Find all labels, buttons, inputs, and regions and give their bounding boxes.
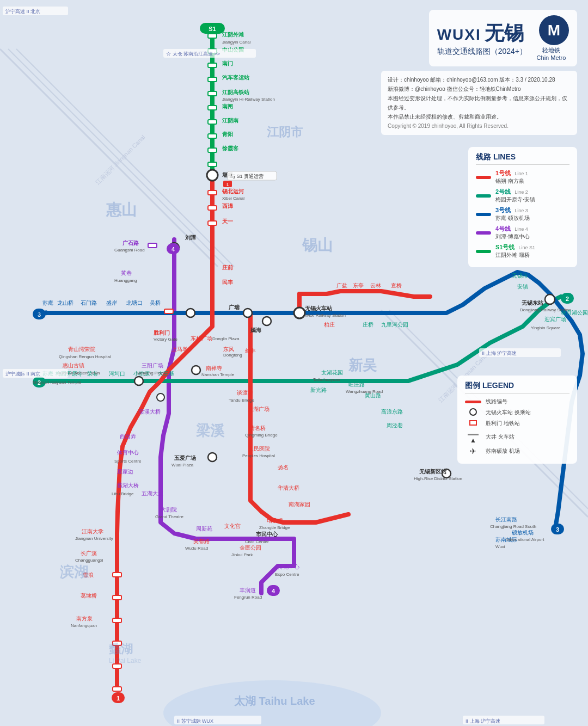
svg-text:东林广场: 东林广场 [191,335,212,341]
svg-text:青山湾荣院: 青山湾荣院 [68,346,95,352]
svg-text:惠山古镇: 惠山古镇 [62,362,84,368]
svg-rect-51 [113,618,121,623]
svg-text:Civic Center: Civic Center [245,539,269,544]
svg-text:安镇: 安镇 [517,284,528,290]
svg-text:High-Rise District Station: High-Rise District Station [414,476,462,481]
legend-icon-item: 胜利门 地铁站 [465,420,569,427]
svg-text:西园弄: 西园弄 [120,433,136,439]
svg-text:Xibei Canal: Xibei Canal [222,196,244,201]
svg-text:周新苑: 周新苑 [196,526,212,532]
svg-text:汽车客运站: 汽车客运站 [222,75,250,81]
lines-legend-title: 线路 LINES [476,152,569,165]
svg-text:S1: S1 [209,26,216,32]
svg-text:Victory Gate: Victory Gate [154,337,177,342]
svg-text:长江南路: 长江南路 [495,516,517,522]
svg-text:II 上海 沪宁高速: II 上海 沪宁高速 [465,718,500,724]
svg-text:2: 2 [566,296,569,302]
title-en: WUXI [437,26,481,44]
lines-legend: 线路 LINES 1号线 Line 1 锡朔·南方泉 2号线 Line 2 梅园… [468,147,577,267]
svg-point-26 [134,377,143,385]
svg-text:Tandu Bridge: Tandu Bridge [229,398,255,403]
svg-text:长广溪: 长广溪 [81,550,97,556]
svg-text:天一: 天一 [222,218,233,224]
svg-text:沪宁城际 II 南京: 沪宁城际 II 南京 [5,371,40,377]
svg-text:Lihu Bridge: Lihu Bridge [112,491,134,496]
svg-text:Sanyang Plaza: Sanyang Plaza [136,371,166,376]
icons-legend: 图例 LEGEND 线路编号 无锡火车站 换乘站 胜利门 地铁站 ▲ 大井 火车… [457,376,577,464]
svg-text:Qingshan Rengun Hospital: Qingshan Rengun Hospital [59,354,111,359]
svg-text:广瑞: 广瑞 [228,304,240,310]
svg-text:九里河公园: 九里河公园 [381,322,408,328]
svg-text:广盐: 广盐 [336,282,347,288]
area-huishan: 惠山 [106,201,137,218]
svg-text:Wudu Road: Wudu Road [185,546,208,551]
svg-point-25 [192,366,200,374]
svg-text:Expo Centre: Expo Centre [275,572,299,577]
svg-text:钱桥: 钱桥 [36,310,48,316]
area-lihu-en: Li Pai Lake [109,657,142,665]
svg-text:云林: 云林 [370,282,381,288]
svg-text:市民中心: 市民中心 [256,531,278,537]
svg-text:Grand Theatre: Grand Theatre [155,514,183,519]
svg-text:Qingming Bridge: Qingming Bridge [245,433,278,438]
svg-rect-44 [208,206,217,210]
svg-text:Nanshan Temple: Nanshan Temple [201,372,234,377]
svg-text:南禅寺: 南禅寺 [206,365,222,371]
svg-point-22 [294,307,305,318]
svg-point-21 [207,170,218,181]
svg-text:Nanfangquan: Nanfangquan [71,623,97,628]
svg-point-29 [262,317,271,325]
svg-rect-38 [208,106,217,110]
svg-text:Donglin Plaza: Donglin Plaza [212,336,240,341]
svg-text:周泾巷: 周泾巷 [387,422,403,428]
svg-text:无锡新区站: 无锡新区站 [419,469,447,475]
legend-icon-item: 线路编号 [465,398,569,405]
svg-text:II 苏宁城际 WUX: II 苏宁城际 WUX [177,718,213,724]
svg-text:丰润道: 丰润道 [240,587,256,593]
info-line1: 设计：chinhoyoo 邮箱：chinhoyoo@163.com 版本：3.3… [388,75,571,84]
svg-text:谈渡桥: 谈渡桥 [237,390,253,396]
info-line5: Copyright © 2019 chinhoyoo, All Rights R… [388,121,571,131]
svg-text:Wuai Plaza: Wuai Plaza [171,463,194,467]
svg-text:无锡火车站: 无锡火车站 [304,305,333,311]
svg-text:清名桥: 清名桥 [249,425,266,431]
svg-text:庄前: 庄前 [222,264,233,270]
svg-text:Changjiang Road South: Changjiang Road South [490,524,536,529]
svg-rect-49 [113,664,121,668]
info-line4: 本作品禁止未经授权的修改、剪裁和商业用途。 [388,112,571,121]
svg-text:东亭: 东亭 [353,282,364,288]
legend-line-item: 4号线 Line 4 刘潭·博览中心 [476,225,569,241]
title-subtitle: 轨道交通线路图（2024+） [437,47,527,57]
legend-line-item: 1号线 Line 1 锡朔·南方泉 [476,169,569,185]
svg-text:南方泉: 南方泉 [76,616,93,622]
svg-text:蠡湖大桥: 蠡湖大桥 [117,482,139,488]
svg-text:新光路: 新光路 [310,387,327,393]
info-line2: 新浪微博：@chinhoyoo 微信公众号：轻地铁ChinMetro [388,84,571,94]
svg-text:映月湖公园: 映月湖公园 [561,310,588,316]
svg-rect-43 [208,190,217,195]
title-zh: 无锡 [485,20,524,47]
svg-text:广石路: 广石路 [122,240,139,246]
svg-text:江南大学: 江南大学 [82,528,103,534]
icons-legend-title-text: 图例 LEGEND [465,381,514,390]
svg-text:三阳广场: 三阳广场 [142,362,163,368]
svg-text:龙山桥: 龙山桥 [57,300,74,306]
svg-point-28 [157,393,164,401]
svg-text:Dongfeng: Dongfeng [223,353,242,358]
svg-text:黄巷: 黄巷 [121,270,132,276]
svg-text:青阳: 青阳 [222,131,233,137]
legend-icon-item: ✈ 苏南硕放 机场 [465,447,569,456]
svg-text:刘潭: 刘潭 [185,235,197,241]
svg-text:迎宾广场: 迎宾广场 [544,316,566,322]
svg-text:1: 1 [117,695,120,702]
svg-rect-53 [113,573,121,577]
svg-text:人民医院: 人民医院 [248,446,270,452]
svg-text:Jinkui Park: Jinkui Park [231,552,253,557]
svg-text:旺庄路: 旺庄路 [348,382,365,387]
svg-text:4: 4 [272,588,275,594]
lines-legend-title-text: 线路 LINES [476,152,516,161]
svg-text:Zhangtie Bridge: Zhangtie Bridge [259,525,290,530]
area-jiangyin: 江阴市 [267,125,303,139]
area-xishan: 锡山 [302,237,333,254]
svg-text:黄山路: 黄山路 [365,392,381,398]
